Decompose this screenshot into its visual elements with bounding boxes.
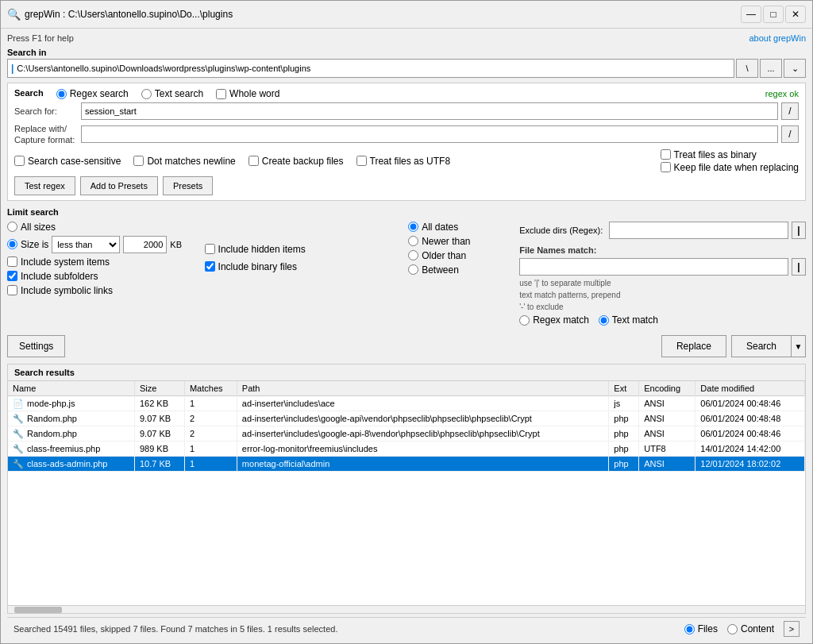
whole-word-label: Whole word — [229, 88, 279, 99]
system-items-checkbox[interactable] — [7, 256, 17, 267]
size-is-option[interactable]: Size is — [7, 239, 48, 250]
dot-newline-checkbox[interactable] — [133, 156, 144, 166]
between-option[interactable]: Between — [408, 264, 507, 276]
maximize-button[interactable]: □ — [763, 6, 784, 23]
binary-checkbox[interactable] — [661, 149, 671, 160]
path-input[interactable] — [17, 64, 730, 73]
cell-date: 14/01/2024 14:42:00 — [695, 442, 805, 457]
search-for-input[interactable] — [81, 102, 778, 120]
size-comparison-select[interactable]: less than greater than — [52, 236, 120, 253]
symbolic-links-checkbox[interactable] — [7, 285, 17, 295]
utf8-checkbox[interactable] — [356, 156, 367, 166]
file-names-pipe-button[interactable]: | — [792, 258, 806, 276]
newer-than-option[interactable]: Newer than — [408, 236, 507, 247]
search-slash-button[interactable]: / — [781, 102, 799, 120]
all-dates-option[interactable]: All dates — [408, 222, 507, 233]
regex-search-radio[interactable] — [56, 89, 67, 99]
text-match-radio[interactable] — [599, 315, 609, 326]
test-regex-button[interactable]: Test regex — [14, 176, 75, 195]
all-sizes-option[interactable]: All sizes — [7, 222, 198, 233]
case-sensitive-checkbox[interactable] — [14, 156, 25, 166]
results-table[interactable]: Name Size Matches Path Ext Encoding Date… — [8, 381, 805, 605]
system-items-label: Include system items — [21, 256, 110, 268]
binary-files-checkbox[interactable] — [205, 261, 215, 272]
dot-newline-option[interactable]: Dot matches newline — [133, 156, 235, 167]
text-search-radio[interactable] — [141, 89, 152, 99]
table-row[interactable]: 🔧 class-ads-admin.php 10.7 KB 1 monetag-… — [8, 457, 805, 472]
settings-button[interactable]: Settings — [7, 335, 65, 357]
between-radio[interactable] — [408, 264, 418, 275]
whole-word-option[interactable]: Whole word — [216, 88, 279, 99]
path-dropdown-button[interactable]: ⌄ — [784, 59, 806, 78]
file-icon: 📄 — [13, 398, 24, 409]
search-button[interactable]: Search — [731, 335, 792, 357]
regex-match-radio[interactable] — [519, 315, 530, 326]
path-backslash-button[interactable]: \ — [736, 59, 758, 78]
add-to-presets-button[interactable]: Add to Presets — [80, 176, 158, 195]
horizontal-scrollbar[interactable] — [8, 605, 805, 613]
backup-files-option[interactable]: Create backup files — [249, 156, 344, 167]
files-view-radio[interactable] — [684, 624, 695, 634]
path-browse-button[interactable]: ... — [760, 59, 782, 78]
size-is-radio[interactable] — [7, 239, 17, 249]
table-row[interactable]: 📄 mode-php.js 162 KB 1 ad-inserter\inclu… — [8, 396, 805, 411]
content-view-option[interactable]: Content — [727, 623, 774, 634]
older-than-option[interactable]: Older than — [408, 250, 507, 261]
file-names-row: | — [519, 258, 806, 276]
minimize-button[interactable]: — — [741, 6, 761, 23]
nav-arrow-button[interactable]: > — [784, 621, 800, 637]
replace-input[interactable] — [81, 125, 778, 143]
col-date: Date modified — [695, 381, 805, 396]
table-row[interactable]: 🔧 class-freemius.php 989 KB 1 error-log-… — [8, 442, 805, 457]
hidden-items-label: Include hidden items — [218, 244, 306, 255]
case-sensitive-option[interactable]: Search case-sensitive — [14, 156, 121, 167]
binary-option[interactable]: Treat files as binary — [661, 149, 799, 160]
search-button-group: Search ▼ — [731, 335, 806, 357]
file-names-input[interactable] — [519, 258, 788, 276]
utf8-label: Treat files as UTF8 — [370, 156, 451, 167]
regex-match-option[interactable]: Regex match — [519, 314, 589, 326]
search-in-label: Search in — [7, 48, 806, 57]
exclude-dirs-input[interactable] — [609, 222, 788, 239]
system-items-option[interactable]: Include system items — [7, 256, 198, 268]
all-dates-radio[interactable] — [408, 222, 418, 232]
cell-ext: php — [609, 411, 639, 426]
backup-files-checkbox[interactable] — [249, 156, 259, 166]
text-search-option[interactable]: Text search — [141, 88, 203, 99]
cell-matches: 1 — [184, 442, 237, 457]
cell-encoding: ANSI — [639, 426, 695, 442]
regex-search-option[interactable]: Regex search — [56, 88, 129, 99]
exclude-dirs-row: Exclude dirs (Regex): | — [519, 222, 806, 239]
utf8-option[interactable]: Treat files as UTF8 — [356, 156, 451, 167]
table-row[interactable]: 🔧 Random.php 9.07 KB 2 ad-inserter\inclu… — [8, 426, 805, 442]
close-button[interactable]: ✕ — [785, 6, 806, 23]
hidden-items-option[interactable]: Include hidden items — [205, 244, 396, 255]
content-view-radio[interactable] — [727, 624, 738, 634]
keep-date-option[interactable]: Keep file date when replacing — [661, 162, 799, 173]
cell-date: 06/01/2024 00:48:46 — [695, 426, 805, 442]
search-dropdown-button[interactable]: ▼ — [792, 335, 806, 357]
older-than-radio[interactable] — [408, 250, 418, 260]
hidden-items-checkbox[interactable] — [205, 244, 215, 254]
replace-slash-button[interactable]: / — [781, 125, 799, 143]
all-sizes-radio[interactable] — [7, 222, 17, 232]
about-link[interactable]: about grepWin — [749, 33, 806, 43]
keep-date-checkbox[interactable] — [661, 162, 671, 172]
subfolders-checkbox[interactable] — [7, 271, 17, 281]
search-results-section: Search results Name Size Matches Path Ex… — [7, 364, 806, 614]
table-body: 📄 mode-php.js 162 KB 1 ad-inserter\inclu… — [8, 396, 805, 472]
newer-than-radio[interactable] — [408, 236, 418, 246]
binary-files-option[interactable]: Include binary files — [205, 261, 396, 272]
text-match-option[interactable]: Text match — [599, 314, 658, 326]
whole-word-checkbox[interactable] — [216, 89, 226, 99]
cell-size: 10.7 KB — [134, 457, 184, 472]
table-row[interactable]: 🔧 Random.php 9.07 KB 2 ad-inserter\inclu… — [8, 411, 805, 426]
replace-button[interactable]: Replace — [661, 335, 726, 357]
size-value-input[interactable] — [123, 236, 167, 253]
files-view-option[interactable]: Files — [684, 623, 718, 634]
exclude-dirs-pipe-button[interactable]: | — [792, 222, 806, 239]
subfolders-option[interactable]: Include subfolders — [7, 271, 198, 282]
symbolic-links-option[interactable]: Include symbolic links — [7, 285, 198, 296]
files-view-label: Files — [698, 623, 718, 634]
presets-button[interactable]: Presets — [163, 176, 213, 195]
